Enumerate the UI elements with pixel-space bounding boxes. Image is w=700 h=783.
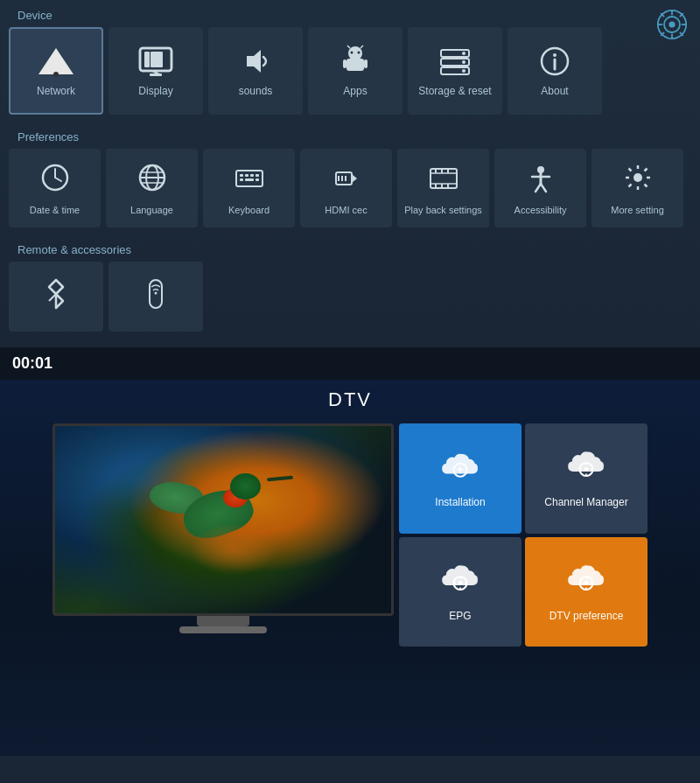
svg-rect-47 [245,174,248,177]
film-icon [428,162,459,199]
tile-remote[interactable] [108,262,203,332]
display-label: Display [138,85,172,97]
hdmi-icon [331,162,362,199]
tile-more[interactable]: More setting [592,149,683,227]
display-icon [136,45,175,78]
svg-rect-21 [346,59,364,71]
person-icon [525,162,556,199]
dtv-installation-button[interactable]: Installation [399,423,522,534]
svg-point-91 [584,581,589,585]
hdmi-label: HDMI cec [325,205,367,215]
dtv-epg-button[interactable]: EPG [399,537,522,647]
gear-icon-button[interactable] [656,9,688,44]
svg-point-31 [462,52,466,55]
tile-apps[interactable]: Apps [308,27,402,115]
tile-sounds[interactable]: sounds [208,27,303,115]
timer-bar: 00:01 [0,347,700,380]
svg-line-71 [541,184,546,192]
tile-playback[interactable]: Play back settings [397,149,489,227]
tile-display[interactable]: Display [108,27,203,115]
remote-section-label: Remote & accessories [0,234,700,262]
storage-label: Storage & reset [418,85,491,97]
tile-keyboard[interactable]: Keyboard [203,149,295,227]
svg-point-20 [348,46,362,60]
clock-icon [39,162,71,199]
gear-icon [656,9,688,40]
svg-point-72 [634,173,642,182]
svg-marker-19 [247,50,261,73]
keyboard-label: Keyboard [228,205,270,215]
sound-icon [236,45,275,78]
device-section-label: Device [0,0,700,27]
tv-preview [52,423,394,647]
remote-icon [143,276,169,318]
dtv-channel-manager-button[interactable]: Channel Manager [525,423,648,534]
svg-point-32 [462,60,466,64]
svg-rect-16 [150,52,163,67]
svg-point-33 [462,69,466,73]
svg-rect-48 [250,174,254,177]
preferences-row: Date & time Language [0,149,700,234]
tile-language[interactable]: Language [106,149,198,227]
tile-accessibility[interactable]: Accessibility [494,149,586,227]
playback-label: Play back settings [404,205,482,215]
tile-about[interactable]: About [508,27,602,115]
globe-icon [136,162,168,199]
dtv-content: Installation Channel Manager [0,423,700,647]
sounds-label: sounds [239,85,273,97]
svg-point-12 [53,72,59,77]
svg-point-24 [351,52,354,54]
more-label: More setting [611,205,664,215]
dtv-preference-label: DTV preference [550,610,624,622]
remote-row [0,262,700,339]
bird-head [230,473,261,500]
svg-point-2 [668,21,675,27]
svg-rect-46 [240,174,243,177]
svg-rect-50 [240,178,243,181]
storage-icon [436,45,474,78]
tile-datetime[interactable]: Date & time [9,149,101,227]
apps-label: Apps [343,85,367,97]
epg-label: EPG [449,610,471,622]
svg-point-35 [553,53,556,57]
svg-line-26 [347,45,350,48]
tile-storage[interactable]: Storage & reset [408,27,502,115]
tv-base [179,626,267,633]
accessibility-label: Accessibility [514,205,567,215]
info-icon [536,45,574,78]
svg-rect-49 [256,174,259,177]
wifi-icon [37,45,75,78]
preferences-section-label: Preferences [0,122,700,149]
svg-rect-18 [150,73,162,76]
language-label: Language [130,205,173,215]
svg-marker-54 [352,174,357,183]
svg-rect-23 [364,59,368,68]
svg-line-70 [536,184,541,192]
tile-network[interactable]: Network [9,27,103,115]
settings-panel: Device Network [0,0,700,347]
svg-point-79 [584,467,589,472]
svg-rect-15 [144,52,150,67]
svg-rect-52 [256,178,259,181]
glow-orange [190,523,277,576]
tv-stand [197,616,249,626]
keyboard-icon [234,162,265,199]
tile-bluetooth[interactable] [9,262,103,332]
dtv-preference-button[interactable]: DTV preference [525,537,648,647]
apps-icon [336,45,374,78]
about-label: About [541,85,568,97]
bird-beak [267,475,293,481]
epg-cloud-icon [438,562,482,603]
tile-hdmi[interactable]: HDMI cec [300,149,392,227]
svg-point-75 [155,291,158,294]
network-label: Network [37,85,75,97]
settings-gear-icon [622,162,654,199]
svg-rect-58 [430,169,457,188]
dtv-menu-grid: Installation Channel Manager [399,423,648,647]
tv-screen-inner [55,426,391,613]
svg-point-85 [458,581,463,585]
svg-marker-11 [38,48,74,74]
datetime-label: Date & time [30,205,80,215]
svg-line-39 [55,178,61,181]
tv-screen [52,423,394,616]
